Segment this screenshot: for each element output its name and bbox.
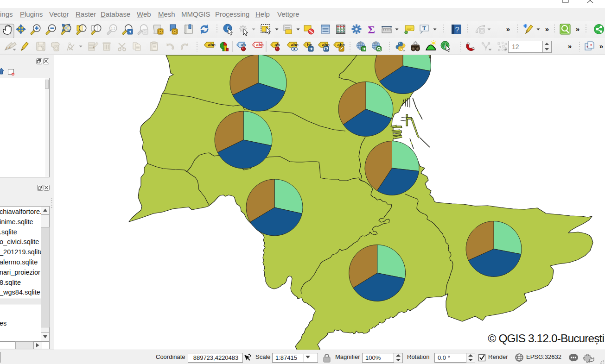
svg-text:o_civici.sqlite: o_civici.sqlite	[0, 238, 39, 245]
svg-text:_201219.sqlite: _201219.sqlite	[0, 248, 43, 256]
svg-text:12: 12	[512, 43, 519, 50]
svg-text:es: es	[0, 320, 6, 327]
svg-text:1:1: 1:1	[111, 27, 115, 30]
svg-text:nari_proiezior: nari_proiezior	[0, 269, 40, 276]
svg-text:_wgs84.sqlite: _wgs84.sqlite	[0, 289, 40, 296]
svg-text:T: T	[422, 25, 426, 31]
svg-text:»: »	[545, 25, 549, 33]
svg-text:?: ?	[455, 25, 459, 34]
svg-text:abc: abc	[256, 42, 264, 47]
svg-text:© QGIS 3.12.0-București: © QGIS 3.12.0-București	[488, 332, 604, 345]
svg-text:8.sqlite: 8.sqlite	[0, 279, 21, 286]
svg-text:alermo.sqlite: alermo.sqlite	[0, 258, 38, 266]
svg-text:»: »	[576, 25, 580, 33]
svg-text:abc: abc	[208, 42, 216, 47]
svg-text:»: »	[568, 42, 572, 50]
svg-text:»: »	[506, 25, 510, 33]
svg-text:inime.sqlite: inime.sqlite	[0, 218, 33, 226]
svg-text:abc: abc	[291, 42, 299, 47]
svg-text:»: »	[599, 42, 603, 50]
svg-text:Σ: Σ	[368, 24, 375, 36]
svg-text:chiavalfortore.: chiavalfortore.	[0, 208, 42, 215]
svg-text:.sqlite: .sqlite	[0, 228, 17, 236]
